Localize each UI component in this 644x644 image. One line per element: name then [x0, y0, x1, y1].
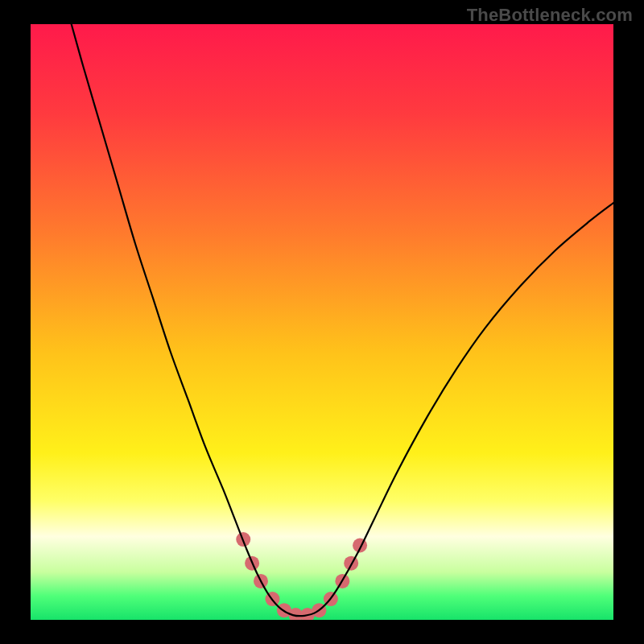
bottleneck-chart	[0, 0, 644, 644]
chart-frame: TheBottleneck.com	[0, 0, 644, 644]
plot-background	[31, 24, 613, 620]
curve-marker	[344, 556, 358, 571]
